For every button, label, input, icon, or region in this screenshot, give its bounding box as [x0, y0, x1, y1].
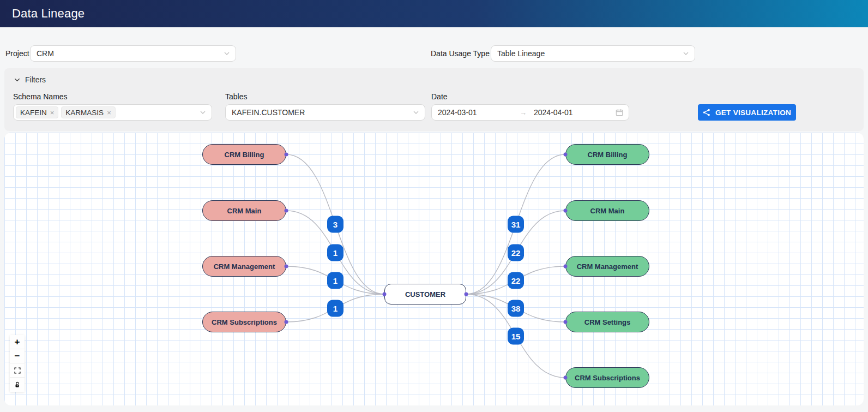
filters-panel: Filters Schema Names Tables Date KAFEIN×… — [4, 68, 864, 131]
node-handle[interactable] — [285, 320, 288, 324]
lock-button[interactable] — [10, 378, 25, 392]
node-handle[interactable] — [564, 320, 568, 324]
node-handle[interactable] — [383, 292, 387, 296]
chevron-down-icon — [413, 109, 419, 116]
schema-tag-label: KAFEIN — [20, 109, 47, 117]
range-arrow-icon: → — [520, 109, 534, 117]
share-alt-icon — [703, 109, 710, 116]
edge-count-badge: 38 — [508, 300, 524, 317]
edge-count-badge: 1 — [327, 300, 343, 317]
graph-node-crm-main-target[interactable]: CRM Main — [565, 200, 649, 221]
get-visualization-button[interactable]: GET VISUALIZATION — [698, 104, 796, 121]
node-handle[interactable] — [564, 209, 568, 213]
edge-count-badge: 15 — [508, 327, 524, 344]
date-end-input[interactable]: 2024-04-01 — [534, 108, 616, 117]
graph-node-crm-main-source[interactable]: CRM Main — [202, 200, 286, 221]
edge-count-badge: 31 — [508, 216, 524, 233]
date-range-picker[interactable]: 2024-03-01 → 2024-04-01 — [431, 104, 629, 121]
edge-count-badge: 1 — [327, 244, 343, 261]
edge-lines — [4, 133, 864, 405]
page-title: Data Lineage — [12, 7, 85, 21]
calendar-icon — [616, 109, 623, 116]
graph-node-crm-billing-target[interactable]: CRM Billing — [565, 144, 649, 165]
usage-type-select-value: Table Lineage — [497, 49, 545, 58]
chevron-down-icon — [200, 109, 206, 116]
project-select-value: CRM — [37, 49, 54, 58]
schema-names-label: Schema Names — [13, 92, 68, 101]
project-select[interactable]: CRM — [30, 45, 236, 62]
tables-select[interactable]: KAFEIN.CUSTOMER — [225, 104, 425, 121]
graph-node-crm-subscriptions-source[interactable]: CRM Subscriptions — [202, 312, 286, 332]
edge-count-badge: 22 — [508, 244, 524, 261]
edge-count-badge: 1 — [327, 272, 343, 289]
fit-view-button[interactable] — [10, 363, 25, 378]
node-handle[interactable] — [564, 153, 568, 157]
graph-node-crm-settings-target[interactable]: CRM Settings — [565, 312, 649, 332]
tag-remove-icon[interactable]: × — [50, 109, 55, 116]
flow-controls: + − — [10, 335, 25, 392]
app-header: Data Lineage — [0, 0, 868, 27]
chevron-down-icon — [683, 50, 689, 57]
date-label: Date — [431, 92, 448, 101]
unlock-icon — [14, 381, 21, 388]
schema-tag: KARMASIS× — [61, 106, 115, 118]
filters-title: Filters — [25, 75, 46, 84]
schema-tag-label: KARMASIS — [65, 109, 104, 117]
usage-type-select[interactable]: Table Lineage — [491, 45, 695, 62]
date-start-input[interactable]: 2024-03-01 — [438, 108, 520, 117]
edge-count-badge: 22 — [508, 272, 524, 289]
project-label: Project — [5, 45, 29, 62]
zoom-out-button[interactable]: − — [10, 349, 25, 363]
chevron-down-icon — [14, 77, 20, 83]
graph-node-crm-management-source[interactable]: CRM Management — [202, 256, 286, 277]
node-handle[interactable] — [285, 153, 288, 157]
graph-node-crm-subscriptions-target[interactable]: CRM Subscriptions — [565, 367, 649, 388]
node-handle[interactable] — [465, 292, 468, 296]
graph-node-crm-billing-source[interactable]: CRM Billing — [202, 144, 286, 165]
toolbar-row: Project CRM Data Usage Type Table Lineag… — [0, 45, 868, 62]
tag-remove-icon[interactable]: × — [107, 109, 111, 116]
graph-node-crm-management-target[interactable]: CRM Management — [565, 256, 649, 277]
schema-tag: KAFEIN× — [16, 106, 58, 118]
node-handle[interactable] — [285, 265, 288, 268]
node-handle[interactable] — [285, 209, 288, 213]
zoom-in-button[interactable]: + — [10, 335, 25, 349]
lineage-canvas[interactable]: + − CRM Billing3CRM Main1CRM Management1… — [4, 133, 864, 405]
tables-select-value: KAFEIN.CUSTOMER — [232, 108, 305, 117]
edge-count-badge: 3 — [327, 216, 343, 233]
get-visualization-label: GET VISUALIZATION — [715, 109, 791, 117]
chevron-down-icon — [224, 50, 230, 57]
graph-node-customer[interactable]: CUSTOMER — [384, 284, 466, 304]
usage-type-label: Data Usage Type — [431, 45, 490, 62]
node-handle[interactable] — [564, 265, 568, 268]
tables-label: Tables — [225, 92, 247, 101]
node-handle[interactable] — [564, 376, 568, 380]
filters-collapse-toggle[interactable]: Filters — [14, 75, 46, 84]
schema-names-multiselect[interactable]: KAFEIN×KARMASIS× — [13, 104, 212, 121]
fit-view-icon — [14, 367, 21, 374]
